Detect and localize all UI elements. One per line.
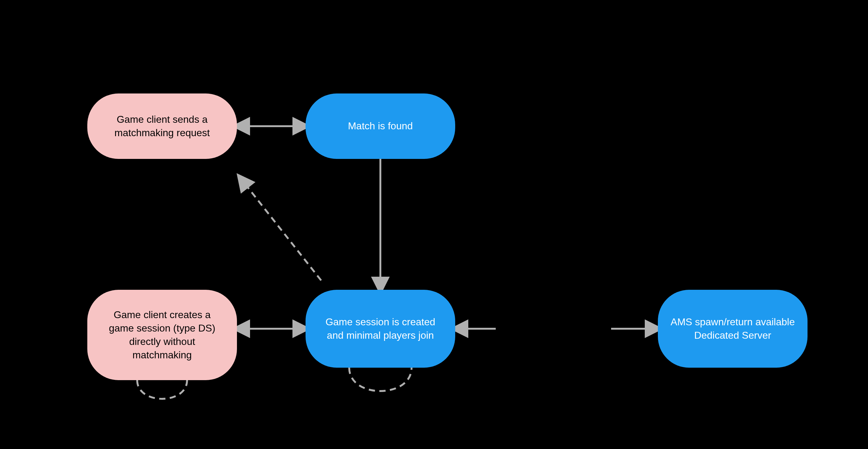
- node-label: Match is found: [348, 119, 413, 133]
- connector-layer: [0, 0, 868, 449]
- node-label: AMS spawn/return available Dedicated Ser…: [670, 315, 795, 342]
- flow-diagram: Game client sends a matchmaking requestM…: [0, 0, 868, 449]
- node-session-created: Game session is created and minimal play…: [306, 290, 455, 368]
- node-ams-spawn: AMS spawn/return available Dedicated Ser…: [658, 290, 807, 368]
- connector-c6: [240, 178, 321, 281]
- node-label: Game client creates a game session (type…: [100, 308, 224, 362]
- node-client-matchmaking: Game client sends a matchmaking request: [87, 94, 237, 159]
- node-client-direct-session: Game client creates a game session (type…: [87, 290, 237, 380]
- connector-c8: [349, 368, 411, 391]
- connector-c7: [137, 380, 187, 399]
- node-label: Game client sends a matchmaking request: [100, 113, 224, 139]
- node-match-found: Match is found: [306, 94, 455, 159]
- node-label: Game session is created and minimal play…: [318, 315, 443, 342]
